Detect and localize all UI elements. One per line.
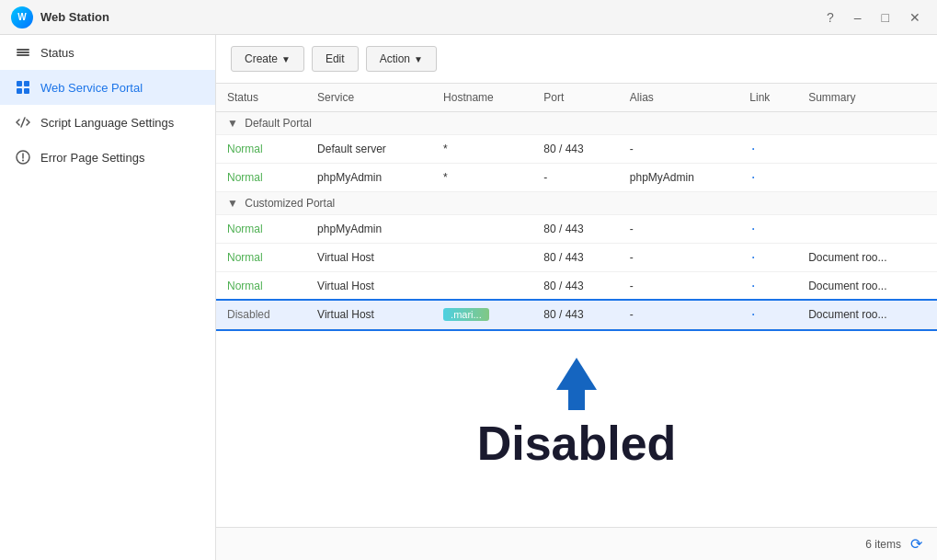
external-link-icon[interactable]: ⬝: [749, 142, 757, 156]
footer: 6 items ⟳: [216, 527, 937, 560]
table-row[interactable]: Normal phpMyAdmin * - phpMyAdmin ⬝: [216, 164, 937, 192]
action-arrow-icon: ▼: [414, 54, 423, 64]
title-bar-controls: ? – □ ✕: [821, 8, 926, 27]
main-layout: Status Web Service Portal Script Languag…: [0, 35, 937, 560]
svg-line-7: [21, 118, 25, 127]
link-cell[interactable]: ⬝: [738, 301, 797, 329]
arrow-stem: [568, 390, 585, 410]
external-link-icon[interactable]: ⬝: [749, 222, 757, 236]
status-icon: [15, 44, 31, 61]
hostname-cell: [432, 272, 532, 301]
alias-cell: -: [619, 135, 739, 164]
arrow-up-icon: [556, 358, 597, 390]
error-icon: [15, 149, 31, 166]
summary-cell: [797, 164, 937, 192]
col-hostname: Hostname: [432, 84, 532, 112]
refresh-button[interactable]: ⟳: [910, 535, 922, 553]
port-cell: 80 / 443: [532, 272, 619, 301]
service-cell: Virtual Host: [306, 244, 432, 272]
status-badge: Disabled: [227, 308, 270, 321]
col-service: Service: [306, 84, 432, 112]
table-row-selected[interactable]: Disabled Virtual Host .mari... 80 / 443 …: [216, 301, 937, 329]
annotation-section: Disabled: [216, 329, 937, 489]
table-row[interactable]: Normal phpMyAdmin 80 / 443 - ⬝: [216, 215, 937, 244]
sidebar-item-script-language-settings[interactable]: Script Language Settings: [0, 105, 215, 140]
hostname-cell: [432, 244, 532, 272]
group-default-portal: ▼ Default Portal: [216, 112, 937, 135]
minimize-button[interactable]: –: [849, 8, 867, 27]
external-link-icon[interactable]: ⬝: [749, 279, 757, 293]
table-row[interactable]: Normal Virtual Host 80 / 443 - ⬝ Documen…: [216, 272, 937, 301]
table-row[interactable]: Normal Default server * 80 / 443 - ⬝: [216, 135, 937, 164]
app-icon: [11, 6, 33, 29]
sidebar-item-status-label: Status: [40, 46, 74, 60]
alias-cell: -: [619, 272, 739, 301]
group-customized-portal: ▼ Customized Portal: [216, 192, 937, 215]
edit-label: Edit: [326, 52, 345, 65]
status-badge: Normal: [227, 280, 263, 292]
external-link-icon[interactable]: ⬝: [749, 250, 757, 265]
create-label: Create: [245, 52, 278, 65]
close-button[interactable]: ✕: [904, 8, 926, 27]
help-button[interactable]: ?: [821, 8, 840, 27]
svg-point-10: [22, 160, 24, 162]
app-title: Web Station: [40, 10, 109, 24]
summary-cell: [797, 215, 937, 244]
title-bar-left: Web Station: [11, 6, 109, 29]
create-button[interactable]: Create ▼: [231, 46, 304, 72]
toolbar: Create ▼ Edit Action ▼: [216, 35, 937, 84]
link-cell[interactable]: ⬝: [738, 272, 797, 301]
status-badge: Normal: [227, 171, 263, 184]
title-bar: Web Station ? – □ ✕: [0, 0, 937, 35]
alias-cell: -: [619, 244, 739, 272]
col-alias: Alias: [619, 84, 739, 112]
svg-rect-1: [17, 51, 29, 53]
sidebar-item-script-label: Script Language Settings: [40, 116, 174, 130]
create-arrow-icon: ▼: [281, 54, 291, 64]
link-cell[interactable]: ⬝: [738, 215, 797, 244]
status-badge: Normal: [227, 251, 263, 264]
svg-rect-4: [24, 81, 29, 86]
group-label: Default Portal: [245, 117, 312, 130]
col-summary: Summary: [797, 84, 937, 112]
items-count: 6 items: [865, 538, 901, 551]
external-link-icon[interactable]: ⬝: [749, 307, 757, 322]
portal-table: Status Service Hostname Port Alias Link …: [216, 84, 937, 329]
action-button[interactable]: Action ▼: [366, 46, 437, 72]
port-cell: 80 / 443: [532, 244, 619, 272]
col-status: Status: [216, 84, 306, 112]
group-label: Customized Portal: [245, 197, 335, 210]
link-cell[interactable]: ⬝: [738, 164, 797, 192]
status-badge: Normal: [227, 223, 263, 235]
portal-icon: [15, 79, 31, 96]
group-arrow-icon: ▼: [227, 197, 238, 210]
svg-rect-3: [17, 81, 22, 86]
alias-cell: -: [619, 215, 739, 244]
edit-button[interactable]: Edit: [312, 46, 359, 72]
external-link-icon[interactable]: ⬝: [749, 170, 757, 185]
table-row[interactable]: Normal Virtual Host 80 / 443 - ⬝ Documen…: [216, 244, 937, 272]
sidebar-item-error-label: Error Page Settings: [40, 151, 144, 165]
service-cell: Virtual Host: [306, 301, 432, 329]
sidebar: Status Web Service Portal Script Languag…: [0, 35, 216, 560]
summary-cell: Document roo...: [797, 301, 937, 329]
status-badge: Normal: [227, 143, 263, 155]
link-cell[interactable]: ⬝: [738, 135, 797, 164]
script-icon: [15, 114, 31, 131]
svg-rect-6: [24, 88, 29, 94]
action-label: Action: [380, 52, 410, 65]
port-cell: 80 / 443: [532, 135, 619, 164]
sidebar-item-portal-label: Web Service Portal: [40, 81, 143, 95]
sidebar-item-status[interactable]: Status: [0, 35, 215, 70]
sidebar-item-web-service-portal[interactable]: Web Service Portal: [0, 70, 215, 105]
hostname-cell: *: [432, 164, 532, 192]
alias-cell: phpMyAdmin: [619, 164, 739, 192]
service-cell: Virtual Host: [306, 272, 432, 301]
hostname-cell: [432, 215, 532, 244]
sidebar-item-error-page-settings[interactable]: Error Page Settings: [0, 140, 215, 175]
maximize-button[interactable]: □: [876, 8, 895, 27]
alias-cell: -: [619, 301, 739, 329]
link-cell[interactable]: ⬝: [738, 244, 797, 272]
svg-rect-0: [17, 49, 29, 51]
port-cell: 80 / 443: [532, 301, 619, 329]
